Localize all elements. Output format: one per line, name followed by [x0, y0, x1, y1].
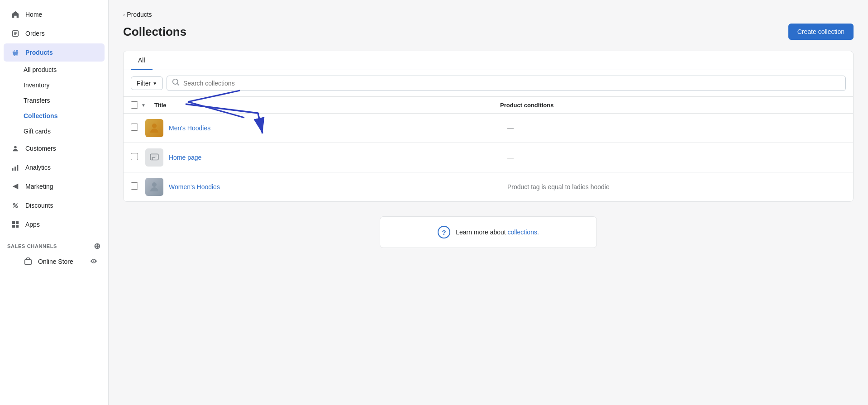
eye-icon[interactable] [90, 257, 97, 266]
sidebar: Home Orders Products All products Invent… [0, 0, 109, 405]
sales-channels-section: SALES CHANNELS ⊕ [0, 234, 108, 253]
svg-rect-11 [12, 225, 15, 228]
womens-hoodies-conditions: Product tag is equal to ladies hoodie [507, 183, 846, 191]
svg-rect-4 [12, 168, 14, 171]
customers-icon [11, 144, 20, 153]
sidebar-sub-gift-cards[interactable]: Gift cards [4, 124, 105, 138]
page-title: Collections [123, 25, 186, 39]
row-checkbox-mens [131, 124, 138, 133]
orders-icon [11, 29, 20, 38]
sidebar-sub-inventory[interactable]: Inventory [4, 78, 105, 92]
svg-point-8 [16, 206, 18, 208]
tab-all[interactable]: All [131, 51, 153, 70]
svg-point-14 [93, 260, 94, 262]
table-row: Men's Hoodies — [124, 114, 853, 143]
products-icon [11, 48, 20, 57]
sidebar-item-apps[interactable]: Apps [4, 215, 105, 233]
collections-card: All Filter ▼ ▼ [123, 51, 854, 202]
svg-point-20 [152, 158, 153, 160]
mens-hoodies-thumbnail [145, 119, 163, 137]
page-header: Collections Create collection [123, 24, 854, 40]
create-collection-button[interactable]: Create collection [788, 24, 854, 40]
home-page-thumbnail [145, 148, 163, 167]
sidebar-item-discounts[interactable]: Discounts [4, 196, 105, 214]
sidebar-item-home[interactable]: Home [4, 5, 105, 24]
breadcrumb-products-link[interactable]: Products [127, 11, 152, 18]
sidebar-online-store[interactable]: Online Store [4, 253, 105, 270]
svg-rect-5 [14, 167, 16, 171]
svg-point-1 [14, 55, 15, 56]
womens-hoodies-checkbox[interactable] [131, 182, 138, 190]
header-checkbox-wrapper: ▼ [131, 101, 147, 109]
sidebar-item-analytics[interactable]: Analytics [4, 158, 105, 176]
analytics-icon [11, 163, 20, 172]
home-page-link[interactable]: Home page [169, 154, 507, 161]
col-conditions-header: Product conditions [500, 102, 846, 109]
online-store-icon [24, 257, 33, 266]
marketing-icon [11, 182, 20, 191]
filter-button[interactable]: Filter ▼ [131, 76, 163, 90]
select-all-checkbox[interactable] [131, 101, 138, 109]
main-wrapper: ‹ Products Collections Create collection… [109, 0, 868, 405]
row-checkbox-home [131, 153, 138, 162]
breadcrumb: ‹ Products [123, 11, 854, 18]
search-icon [172, 79, 180, 88]
main-content: ‹ Products Collections Create collection… [109, 0, 868, 259]
learn-more-card: ? Learn more about collections. [380, 216, 597, 248]
svg-rect-6 [17, 165, 19, 171]
help-icon: ? [438, 226, 450, 238]
col-title-header: Title [154, 102, 500, 109]
breadcrumb-back-icon: ‹ [123, 11, 125, 18]
svg-point-21 [152, 182, 157, 187]
table-header: ▼ Title Product conditions [124, 97, 853, 114]
sidebar-sub-all-products[interactable]: All products [4, 62, 105, 77]
select-dropdown-arrow[interactable]: ▼ [140, 101, 147, 109]
svg-point-18 [152, 124, 157, 128]
discounts-icon [11, 201, 20, 210]
sidebar-item-products[interactable]: Products [4, 43, 105, 62]
mens-hoodies-checkbox[interactable] [131, 124, 138, 131]
sidebar-item-customers[interactable]: Customers [4, 139, 105, 157]
mens-hoodies-link[interactable]: Men's Hoodies [169, 124, 507, 132]
svg-rect-9 [12, 221, 15, 224]
sidebar-sub-transfers[interactable]: Transfers [4, 93, 105, 108]
add-sales-channel-icon[interactable]: ⊕ [94, 241, 101, 251]
svg-rect-10 [16, 221, 19, 224]
sidebar-sub-collections[interactable]: Collections [4, 109, 105, 123]
table-row: Home page — [124, 143, 853, 172]
sidebar-item-marketing[interactable]: Marketing [4, 177, 105, 195]
table-row: Women's Hoodies Product tag is equal to … [124, 172, 853, 201]
learn-more-text: Learn more about collections. [456, 229, 539, 236]
home-page-conditions: — [507, 154, 846, 161]
womens-hoodies-link[interactable]: Women's Hoodies [169, 183, 507, 191]
svg-point-2 [17, 55, 18, 56]
filter-bar: Filter ▼ [124, 70, 853, 97]
search-wrapper [167, 76, 846, 91]
svg-point-3 [14, 146, 16, 148]
sidebar-item-orders[interactable]: Orders [4, 24, 105, 43]
svg-point-7 [14, 204, 15, 205]
tabs: All [124, 51, 853, 70]
womens-hoodies-thumbnail [145, 178, 163, 196]
svg-rect-12 [16, 225, 19, 228]
svg-rect-13 [25, 260, 31, 265]
filter-chevron-icon: ▼ [153, 81, 157, 86]
search-input[interactable] [183, 80, 840, 87]
svg-rect-19 [150, 154, 158, 160]
row-checkbox-womens [131, 182, 138, 191]
home-page-checkbox[interactable] [131, 153, 138, 160]
home-icon [11, 10, 20, 19]
learn-more-link[interactable]: collections. [508, 229, 539, 236]
mens-hoodies-conditions: — [507, 124, 846, 132]
apps-icon [11, 220, 20, 229]
